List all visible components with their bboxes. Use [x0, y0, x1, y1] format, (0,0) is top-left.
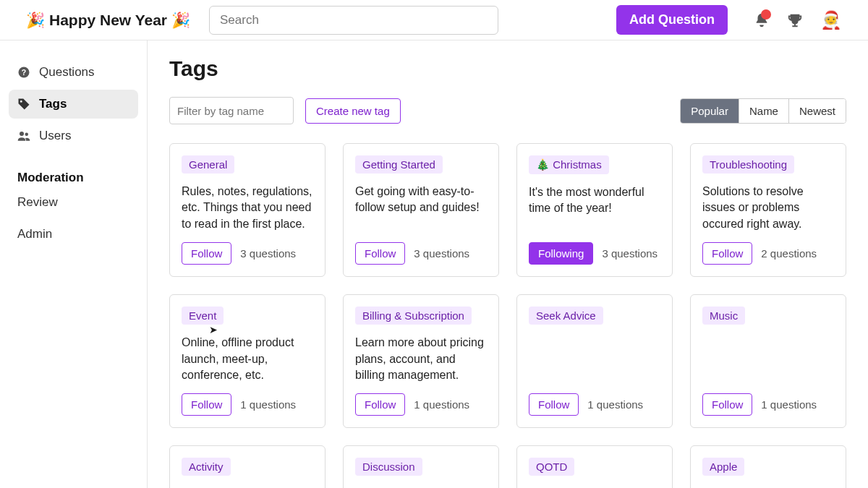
logo-text: Happy New Year [49, 12, 167, 29]
tag-description: Learn more about pricing plans, account,… [355, 335, 487, 383]
filter-tag-input[interactable] [169, 97, 294, 124]
sidebar-item-label: Tags [39, 97, 67, 111]
tag-chip[interactable]: Billing & Subscription [355, 307, 472, 325]
tag-chip[interactable]: Seek Advice [529, 307, 603, 325]
tag-chip[interactable]: Apple [702, 458, 744, 476]
question-count: 1 questions [240, 398, 296, 411]
tag-card: Discussion [343, 445, 499, 488]
tag-chip[interactable]: QOTD [529, 458, 574, 476]
follow-button[interactable]: Follow [702, 242, 752, 265]
sidebar-item-tags[interactable]: Tags [9, 90, 138, 119]
following-button[interactable]: Following [529, 242, 593, 265]
follow-button[interactable]: Follow [355, 242, 405, 265]
tag-card: EventOnline, offline product launch, mee… [169, 294, 326, 428]
logo[interactable]: 🎉 Happy New Year 🎉 [26, 12, 190, 29]
sidebar-item-questions[interactable]: ? Questions [9, 58, 138, 87]
tag-chip[interactable]: Music [702, 307, 745, 325]
tag-card: TroubleshootingSolutions to resolve issu… [690, 143, 846, 277]
tag-card: GeneralRules, notes, regulations, etc. T… [169, 143, 326, 277]
tag-chip[interactable]: General [182, 155, 234, 174]
question-count: 1 questions [587, 398, 643, 411]
tag-chip[interactable]: Troubleshooting [702, 155, 794, 174]
sidebar-item-users[interactable]: Users [9, 121, 138, 150]
svg-point-2 [20, 132, 24, 136]
sort-popular[interactable]: Popular [681, 99, 739, 123]
question-count: 3 questions [602, 247, 658, 260]
tag-card: Seek AdviceFollow1 questions [516, 294, 673, 428]
question-count: 2 questions [761, 247, 817, 260]
tag-card: Getting StartedGet going with easy-to-fo… [343, 143, 499, 277]
notification-dot [761, 9, 771, 20]
tag-chip[interactable]: Event [182, 307, 224, 325]
moderation-header: Moderation [9, 163, 138, 188]
avatar[interactable]: 🧑‍🎄 [820, 10, 842, 30]
trophy-icon[interactable] [787, 12, 803, 28]
tag-description: Get going with easy-to-follow setup and … [355, 184, 487, 232]
follow-button[interactable]: Follow [355, 393, 405, 416]
sort-name[interactable]: Name [739, 99, 789, 123]
notifications-icon[interactable] [754, 12, 770, 28]
tag-description: Online, offline product launch, meet-up,… [182, 335, 313, 383]
follow-button[interactable]: Follow [702, 393, 752, 416]
sidebar-item-label: Admin [17, 227, 52, 241]
tag-description: Solutions to resolve issues or problems … [702, 184, 834, 232]
follow-button[interactable]: Follow [182, 242, 231, 265]
create-tag-button[interactable]: Create new tag [305, 98, 401, 124]
question-count: 1 questions [761, 398, 817, 411]
confetti-icon: 🎉 [171, 12, 190, 29]
search-input[interactable] [209, 6, 498, 35]
tag-chip[interactable]: 🎄 Christmas [529, 155, 609, 174]
sidebar-item-label: Review [17, 195, 58, 210]
sort-newest[interactable]: Newest [789, 99, 846, 123]
svg-point-3 [25, 133, 29, 137]
sidebar-item-label: Users [39, 129, 71, 143]
tag-description [702, 335, 834, 383]
add-question-button[interactable]: Add Question [616, 5, 728, 35]
tag-chip[interactable]: Activity [182, 458, 231, 476]
tag-card: Activity [169, 445, 326, 488]
tag-card: QOTDQuestion of the day [516, 445, 673, 488]
sidebar-item-label: Questions [39, 65, 95, 80]
tag-card: Billing & SubscriptionLearn more about p… [343, 294, 499, 428]
follow-button[interactable]: Follow [182, 393, 231, 416]
question-icon: ? [17, 66, 30, 79]
follow-button[interactable]: Follow [529, 393, 579, 416]
question-count: 1 questions [414, 398, 469, 411]
sort-segment: Popular Name Newest [680, 98, 846, 124]
confetti-icon: 🎉 [26, 12, 45, 29]
tag-card: MusicFollow1 questions [690, 294, 846, 428]
tag-description: It's the most wonderful time of the year… [529, 184, 660, 232]
svg-text:?: ? [22, 68, 26, 77]
question-count: 3 questions [414, 247, 469, 260]
tag-description: Rules, notes, regulations, etc. Things t… [182, 184, 313, 232]
sidebar-item-admin[interactable]: Admin [9, 220, 138, 249]
tag-card: AppleEverything about Apple [690, 445, 846, 488]
sidebar-item-review[interactable]: Review [9, 188, 138, 217]
question-count: 3 questions [240, 247, 296, 260]
page-title: Tags [169, 56, 846, 81]
users-icon [17, 129, 30, 142]
tag-chip[interactable]: Discussion [355, 458, 422, 476]
tag-description [529, 335, 660, 383]
tag-icon [17, 98, 30, 111]
tag-card: 🎄 ChristmasIt's the most wonderful time … [516, 143, 673, 277]
tag-chip[interactable]: Getting Started [355, 155, 443, 174]
